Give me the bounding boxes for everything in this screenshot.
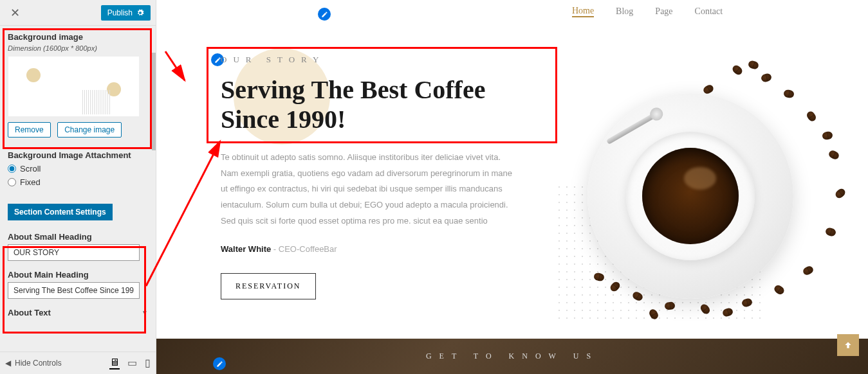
author-name: Walter White: [221, 244, 271, 254]
section-content-settings-heading: Section Content Settings: [8, 204, 113, 220]
small-heading-input[interactable]: [8, 244, 140, 261]
hide-controls-button[interactable]: ◀ Hide Controls: [5, 359, 62, 368]
edit-shortcut-icon[interactable]: [318, 8, 331, 21]
attachment-fixed-option[interactable]: Fixed: [8, 177, 148, 187]
customizer-sidebar: ✕ Publish Background image Dimension (16…: [0, 0, 156, 374]
bg-image-heading: Background image: [8, 32, 148, 42]
attachment-scroll-option[interactable]: Scroll: [8, 164, 148, 174]
scrollbar[interactable]: [152, 53, 156, 150]
hero-text-column: OUR STORY Serving The Best Coffee Since …: [221, 55, 517, 312]
hero-headline: Serving The Best Coffee Since 1990!: [221, 75, 517, 134]
scroll-to-top-button[interactable]: [837, 334, 859, 356]
chevron-down-icon[interactable]: ▼: [142, 309, 148, 316]
edit-shortcut-icon[interactable]: [213, 357, 226, 370]
tablet-icon[interactable]: ▭: [127, 357, 137, 370]
publish-button[interactable]: Publish: [101, 5, 151, 21]
radio-scroll[interactable]: [8, 165, 16, 173]
author-title: - CEO-CoffeeBar: [271, 244, 337, 254]
reservation-button[interactable]: RESERVATION: [221, 273, 316, 299]
hero-section: OUR STORY Serving The Best Coffee Since …: [156, 22, 868, 331]
nav-contact[interactable]: Contact: [695, 6, 723, 17]
small-heading-label: About Small Heading: [8, 232, 148, 242]
about-text-label: About Text: [8, 308, 51, 317]
change-image-button[interactable]: Change image: [57, 122, 122, 138]
radio-fixed[interactable]: [8, 178, 16, 186]
desktop-icon[interactable]: 🖥: [109, 357, 120, 370]
footer-section: GET TO KNOW US: [156, 339, 868, 374]
preview-pane: Home Blog Page Contact OUR STORY Serving…: [156, 0, 868, 374]
site-nav: Home Blog Page Contact: [156, 0, 868, 22]
mobile-icon[interactable]: ▯: [145, 357, 151, 370]
hero-author: Walter White - CEO-CoffeeBar: [221, 244, 517, 254]
sidebar-header: ✕ Publish: [0, 0, 156, 26]
hero-body: Te obtinuit ut adepto satis somno. Aliis…: [221, 150, 517, 229]
main-heading-label: About Main Heading: [8, 270, 148, 280]
bg-image-dimension: Dimension (1600px * 800px): [8, 44, 148, 52]
nav-page[interactable]: Page: [655, 6, 672, 17]
gear-icon: [136, 9, 144, 17]
arrow-up-icon: [844, 341, 853, 350]
hero-image: [536, 55, 817, 312]
sidebar-footer: ◀ Hide Controls 🖥 ▭ ▯: [0, 352, 156, 374]
publish-label: Publish: [107, 8, 133, 17]
nav-blog[interactable]: Blog: [616, 6, 633, 17]
remove-button[interactable]: Remove: [8, 122, 51, 138]
bg-image-preview[interactable]: [8, 56, 140, 117]
main-heading-input[interactable]: [8, 282, 140, 299]
footer-eyebrow: GET TO KNOW US: [426, 352, 598, 361]
chevron-left-icon: ◀: [5, 359, 11, 368]
sidebar-body: Background image Dimension (1600px * 800…: [0, 26, 156, 352]
attachment-heading: Background Image Attachment: [8, 150, 148, 160]
close-icon[interactable]: ✕: [5, 3, 25, 22]
hero-eyebrow: OUR STORY: [221, 55, 517, 65]
nav-home[interactable]: Home: [572, 6, 594, 17]
